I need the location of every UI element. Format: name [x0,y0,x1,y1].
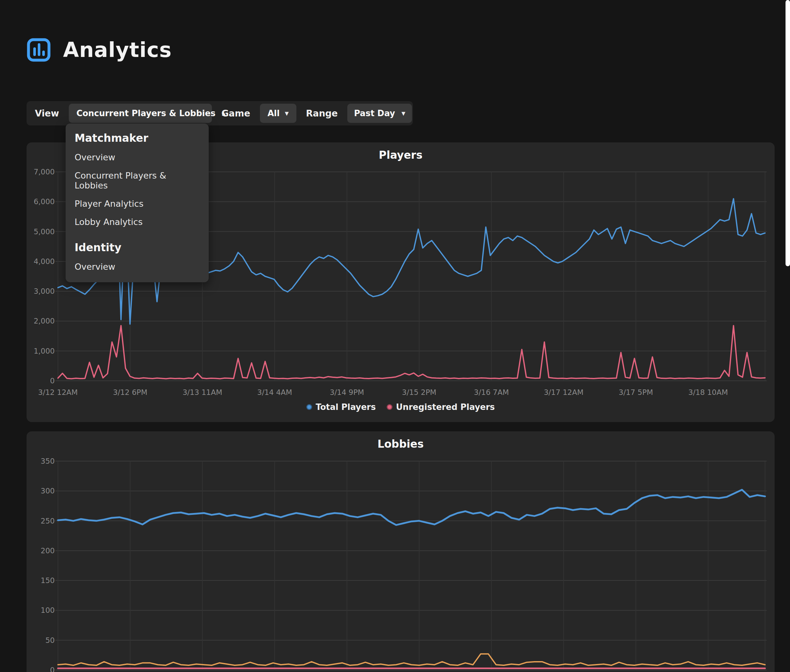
svg-text:100: 100 [41,606,55,614]
analytics-page: Analytics View Concurrent Players & Lobb… [0,0,790,672]
menu-item-player-analytics[interactable]: Player Analytics [66,195,209,213]
view-dropdown-menu: Matchmaker Overview Concurrent Players &… [66,123,209,282]
view-label: View [35,108,59,119]
svg-text:4,000: 4,000 [34,257,55,266]
legend-item[interactable]: Total Players [306,402,376,412]
analytics-bar-chart-icon [27,38,51,62]
view-dropdown[interactable]: Concurrent Players & Lobbies ▴ [69,104,212,123]
svg-text:250: 250 [41,517,55,525]
svg-text:3/14 9PM: 3/14 9PM [330,388,364,397]
svg-text:200: 200 [41,547,55,555]
svg-text:300: 300 [41,487,55,495]
svg-text:3/14 4AM: 3/14 4AM [257,388,292,397]
range-dropdown-value: Past Day [354,109,395,118]
menu-item-overview[interactable]: Overview [66,148,209,166]
range-dropdown[interactable]: Past Day ▾ [347,104,412,123]
lobbies-panel: Lobbies 350300250200150100500 [27,431,775,672]
menu-item-lobby-analytics[interactable]: Lobby Analytics [66,213,209,231]
legend-item[interactable]: Unregistered Players [387,402,495,412]
menu-section-identity: Identity [66,238,209,258]
game-label: Game [221,108,250,119]
svg-text:3/17 12AM: 3/17 12AM [544,388,583,397]
legend-dot-icon [387,404,393,410]
chevron-down-icon: ▾ [401,109,405,117]
svg-text:3/16 7AM: 3/16 7AM [474,388,509,397]
svg-text:0: 0 [50,666,55,672]
menu-item-identity-overview[interactable]: Overview [66,258,209,276]
svg-text:350: 350 [41,457,55,465]
filter-toolbar: View Concurrent Players & Lobbies ▴ Game… [27,101,413,125]
svg-text:3/15 2PM: 3/15 2PM [402,388,436,397]
view-dropdown-value: Concurrent Players & Lobbies [77,109,216,118]
svg-text:6,000: 6,000 [34,197,55,206]
svg-text:1,000: 1,000 [34,347,55,355]
svg-text:3/12 12AM: 3/12 12AM [38,388,78,397]
legend-label: Unregistered Players [396,402,495,412]
legend-label: Total Players [316,402,376,412]
game-dropdown-value: All [268,109,280,118]
game-dropdown[interactable]: All ▾ [260,104,296,123]
svg-text:2,000: 2,000 [34,317,55,325]
svg-text:5,000: 5,000 [34,227,55,236]
svg-text:150: 150 [41,576,55,585]
menu-item-concurrent-players-lobbies[interactable]: Concurrent Players & Lobbies [66,166,209,195]
page-header: Analytics [27,38,172,62]
range-label: Range [306,108,338,119]
svg-text:3/18 10AM: 3/18 10AM [688,388,728,397]
svg-text:50: 50 [45,636,55,645]
svg-text:0: 0 [50,377,55,385]
legend-dot-icon [306,404,312,410]
chevron-down-icon: ▾ [285,109,289,117]
svg-text:3/12 6PM: 3/12 6PM [113,388,147,397]
players-legend: Total PlayersUnregistered Players [27,402,775,412]
menu-section-matchmaker: Matchmaker [66,129,209,148]
page-title: Analytics [63,38,172,62]
lobbies-chart: 350300250200150100500 [27,431,775,672]
svg-text:3/13 11AM: 3/13 11AM [183,388,222,397]
scrollbar-thumb[interactable] [785,0,790,266]
svg-text:3/17 5PM: 3/17 5PM [619,388,653,397]
svg-text:3,000: 3,000 [34,287,55,295]
svg-text:7,000: 7,000 [34,168,55,176]
